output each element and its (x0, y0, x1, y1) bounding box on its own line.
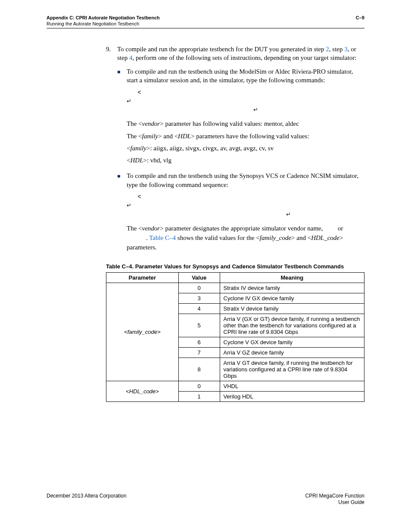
hdl-values: <HDL>: vhd, vlg (127, 156, 364, 165)
command-block-1: cd <working directory>/testbench/cpri_te… (127, 88, 364, 115)
table-caption: Table C–4. Parameter Values for Synopsys… (106, 263, 364, 270)
col-meaning: Meaning (220, 272, 364, 283)
family-values: <family>: aiigx, aiigz, sivgx, civgx, av… (127, 144, 364, 152)
bullet-icon: ■ (117, 171, 127, 255)
bullet-intro: To compile and run the testbench using t… (127, 67, 364, 85)
step-text: To compile and run the appropriate testb… (117, 45, 364, 62)
return-icon: ↵ (286, 211, 291, 218)
table-header-row: Parameter Value Meaning (106, 272, 364, 283)
hdl-code-param: <HDL_code> (106, 381, 179, 401)
link-table-c4[interactable]: Table C–4 (149, 234, 176, 241)
family-hdl-intro: The <family> and <HDL> parameters have t… (127, 132, 364, 140)
step-number: 9. (106, 45, 117, 62)
parameter-table: Parameter Value Meaning <family_code> 0 … (106, 272, 364, 402)
page-footer: December 2013 Altera Corporation CPRI Me… (47, 493, 364, 506)
table-row: <HDL_code> 0 VHDL (106, 381, 364, 391)
step-9: 9. To compile and run the appropriate te… (106, 45, 364, 62)
footer-right: CPRI MegaCore Function User Guide (305, 493, 364, 506)
vendor-values: The <vendor> parameter has following val… (127, 119, 364, 128)
table-row: <family_code> 0 Stratix IV device family (106, 283, 364, 293)
return-icon: ↵ (253, 106, 258, 113)
family-code-param: <family_code> (106, 283, 179, 381)
main-content: 9. To compile and run the appropriate te… (47, 45, 364, 402)
appendix-subtitle: Running the Autorate Negotiation Testben… (47, 21, 160, 27)
link-step-2[interactable]: 2 (326, 46, 329, 53)
col-value: Value (178, 272, 220, 283)
bullet-icon: ■ (117, 67, 127, 168)
page-header: Appendix C: CPRI Autorate Negotiation Te… (47, 15, 364, 28)
return-icon: ↵ (127, 202, 131, 208)
bullet-synopsys: ■ To compile and run the testbench using… (117, 171, 364, 255)
return-icon: ↵ (127, 98, 131, 104)
col-parameter: Parameter (106, 272, 179, 283)
vendor-desc: The <vendor> parameter designates the ap… (127, 224, 364, 252)
page-number: C–9 (356, 15, 364, 21)
bullet-list: ■ To compile and run the testbench using… (106, 67, 364, 255)
command-block-2: cd <working directory>/testbench/cpri_te… (127, 193, 364, 219)
bullet-intro: To compile and run the testbench using t… (127, 171, 364, 189)
footer-left: December 2013 Altera Corporation (47, 493, 126, 506)
appendix-title: Appendix C: CPRI Autorate Negotiation Te… (47, 15, 160, 21)
bullet-modelsim: ■ To compile and run the testbench using… (117, 67, 364, 168)
link-step-3[interactable]: 3 (344, 46, 348, 53)
header-left: Appendix C: CPRI Autorate Negotiation Te… (47, 15, 160, 27)
